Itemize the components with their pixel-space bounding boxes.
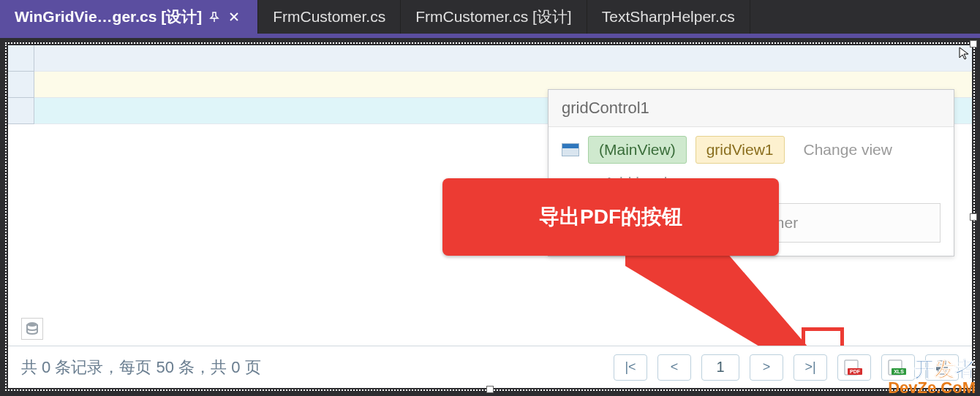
pager-last-button[interactable]: >| [794, 354, 827, 381]
tab-label: FrmCustomer.cs [设计] [415, 7, 572, 27]
grid-icon [562, 143, 579, 156]
export-xls-button[interactable]: XLS [881, 354, 915, 381]
run-designer-button[interactable]: Run Designer [562, 203, 941, 243]
tab-label: FrmCustomer.cs [273, 8, 385, 26]
pager-bar: 共 0 条记录，每页 50 条，共 0 页 |< < > >| PDF XLS [8, 346, 972, 388]
resize-handle[interactable] [970, 40, 977, 47]
tab-textsharphelper[interactable]: TextSharpHelper.cs [587, 0, 750, 34]
grid-control[interactable]: gridControl1 (MainView) gridView1 Change… [8, 45, 972, 346]
pager-next-button[interactable]: > [750, 354, 783, 381]
add-level-label: Add level [604, 174, 667, 191]
form-surface[interactable]: gridControl1 (MainView) gridView1 Change… [8, 45, 972, 388]
svg-rect-7 [938, 361, 946, 365]
pager-status: 共 0 条记录，每页 50 条，共 0 页 [21, 357, 261, 378]
export-pdf-button[interactable]: PDF [837, 354, 871, 381]
tab-active-label: WinGridVie…ger.cs [设计] [15, 7, 202, 27]
pager-page-input[interactable] [701, 354, 739, 381]
annotation-target-box [802, 327, 844, 346]
xls-badge-text: XLS [894, 369, 904, 374]
pager-prev-button[interactable]: < [657, 354, 691, 381]
change-view-link[interactable]: Change view [794, 137, 902, 163]
plus-icon: + [587, 172, 597, 193]
add-level-link[interactable]: + Add level [562, 170, 941, 203]
designer-canvas: gridControl1 (MainView) gridView1 Change… [5, 42, 975, 391]
smarttag-title: gridControl1 [549, 90, 954, 127]
smarttag-body: (MainView) gridView1 Change view + Add l… [549, 127, 954, 256]
resize-handle[interactable] [486, 386, 494, 393]
tab-frmcustomer[interactable]: FrmCustomer.cs [258, 0, 401, 34]
resize-handle[interactable] [970, 213, 977, 221]
tab-label: TextSharpHelper.cs [602, 8, 735, 26]
pager-first-button[interactable]: |< [614, 354, 647, 381]
tab-frmcustomer-design[interactable]: FrmCustomer.cs [设计] [401, 0, 587, 34]
tab-active[interactable]: WinGridVie…ger.cs [设计] [0, 0, 258, 34]
view-name-chip[interactable]: gridView1 [696, 136, 785, 164]
svg-rect-8 [938, 369, 946, 374]
pdf-badge-text: PDF [850, 369, 861, 374]
datasource-icon[interactable] [21, 318, 43, 340]
svg-point-0 [27, 322, 37, 327]
main-view-chip[interactable]: (MainView) [588, 136, 687, 164]
pin-icon[interactable] [209, 12, 222, 22]
grid-row [8, 45, 972, 72]
smarttag-panel: gridControl1 (MainView) gridView1 Change… [548, 89, 954, 256]
print-button[interactable] [925, 354, 959, 381]
close-icon[interactable] [230, 12, 243, 21]
document-tabstrip: WinGridVie…ger.cs [设计] FrmCustomer.cs Fr… [0, 0, 980, 38]
